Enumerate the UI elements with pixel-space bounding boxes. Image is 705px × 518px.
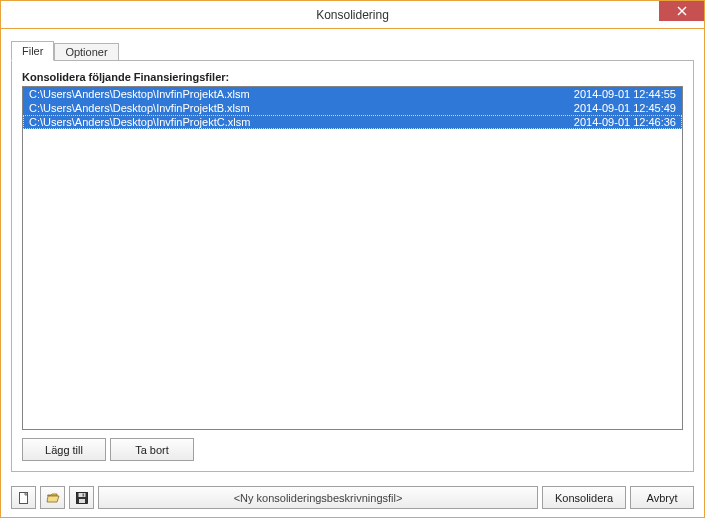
file-timestamp: 2014-09-01 12:44:55: [554, 87, 676, 101]
open-folder-icon: [46, 491, 60, 505]
tab-bar: Filer Optioner: [11, 39, 694, 61]
tab-optioner[interactable]: Optioner: [54, 43, 118, 61]
tab-filer[interactable]: Filer: [11, 41, 54, 61]
consolidate-button[interactable]: Konsolidera: [542, 486, 626, 509]
file-timestamp: 2014-09-01 12:45:49: [554, 101, 676, 115]
cancel-button[interactable]: Avbryt: [630, 486, 694, 509]
remove-button[interactable]: Ta bort: [110, 438, 194, 461]
new-file-icon: [17, 491, 31, 505]
save-floppy-icon: [75, 491, 89, 505]
save-file-button[interactable]: [69, 486, 94, 509]
file-path: C:\Users\Anders\Desktop\InvfinProjektB.x…: [29, 101, 250, 115]
bottom-toolbar: <Ny konsolideringsbeskrivningsfil> Konso…: [1, 480, 704, 517]
file-timestamp: 2014-09-01 12:46:36: [554, 115, 676, 129]
add-button[interactable]: Lägg till: [22, 438, 106, 461]
close-button[interactable]: [659, 1, 704, 21]
tab-bottom-border: [11, 60, 694, 61]
description-file-field[interactable]: <Ny konsolideringsbeskrivningsfil>: [98, 486, 538, 509]
tab-panel-filer: Konsolidera följande Finansieringsfiler:…: [11, 61, 694, 472]
dialog-window: Konsolidering Filer Optioner Konsolidera…: [0, 0, 705, 518]
svg-rect-5: [78, 493, 85, 497]
titlebar: Konsolidering: [1, 1, 704, 29]
file-path: C:\Users\Anders\Desktop\InvfinProjektA.x…: [29, 87, 250, 101]
list-item[interactable]: C:\Users\Anders\Desktop\InvfinProjektC.x…: [23, 115, 682, 129]
svg-rect-6: [79, 499, 85, 503]
content-area: Filer Optioner Konsolidera följande Fina…: [1, 29, 704, 480]
file-path: C:\Users\Anders\Desktop\InvfinProjektC.x…: [29, 115, 250, 129]
file-listbox[interactable]: C:\Users\Anders\Desktop\InvfinProjektA.x…: [22, 86, 683, 430]
list-item[interactable]: C:\Users\Anders\Desktop\InvfinProjektB.x…: [23, 101, 682, 115]
open-file-button[interactable]: [40, 486, 65, 509]
new-file-button[interactable]: [11, 486, 36, 509]
description-file-placeholder: <Ny konsolideringsbeskrivningsfil>: [234, 492, 403, 504]
list-buttons-row: Lägg till Ta bort: [22, 438, 683, 461]
file-list-label: Konsolidera följande Finansieringsfiler:: [22, 71, 683, 83]
close-icon: [677, 6, 687, 16]
list-item[interactable]: C:\Users\Anders\Desktop\InvfinProjektA.x…: [23, 87, 682, 101]
svg-rect-7: [82, 493, 84, 496]
window-title: Konsolidering: [316, 8, 389, 22]
